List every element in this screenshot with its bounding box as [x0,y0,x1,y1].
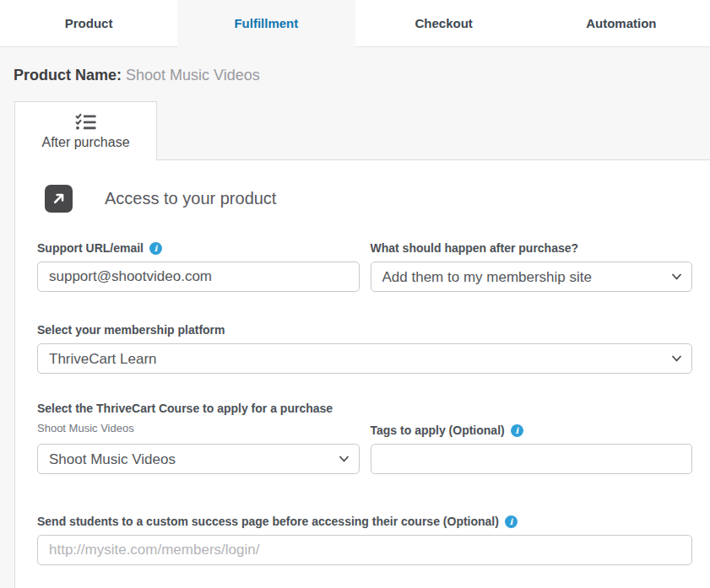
success-page-input[interactable] [37,535,692,565]
external-link-icon [45,185,73,213]
course-select-label: Select the ThriveCart Course to apply fo… [37,402,333,415]
course-field-group: Select the ThriveCart Course to apply fo… [37,402,360,474]
info-icon[interactable]: i [511,424,523,437]
success-page-label: Send students to a custom success page b… [37,515,499,528]
section-title: Access to your product [105,189,276,208]
tags-label: Tags to apply (Optional) [371,423,505,437]
after-purchase-tab-label: After purchase [41,135,129,150]
after-purchase-action-label: What should happen after purchase? [371,241,579,255]
support-field-group: Support URL/email i [37,241,360,292]
tags-field-group: Tags to apply (Optional) i [371,402,693,474]
tab-product[interactable]: Product [0,0,177,47]
product-name-bar: Product Name:Shoot Music Videos [0,47,710,101]
after-purchase-panel: Access to your product Support URL/email… [14,159,710,588]
tab-checkout[interactable]: Checkout [355,0,533,47]
product-name-label: Product Name: [14,67,122,84]
product-name-value: Shoot Music Videos [126,67,260,84]
after-purchase-action-group: What should happen after purchase? Add t… [371,241,693,292]
support-url-label: Support URL/email [37,241,144,255]
course-select[interactable]: Shoot Music Videos [37,444,360,474]
main-tab-bar: Product Fulfillment Checkout Automation [0,0,710,47]
support-url-input[interactable] [37,262,360,292]
success-page-group: Send students to a custom success page b… [37,515,692,565]
tab-fulfillment[interactable]: Fulfillment [177,0,355,47]
tasks-list-icon [74,112,97,131]
course-current-value: Shoot Music Videos [37,422,360,434]
after-purchase-action-select[interactable]: Add them to my membership site [371,262,693,292]
membership-platform-label: Select your membership platform [37,323,225,337]
tab-after-purchase[interactable]: After purchase [14,101,157,160]
info-icon[interactable]: i [505,515,518,528]
tab-automation[interactable]: Automation [533,0,710,47]
info-icon[interactable]: i [149,242,162,255]
membership-platform-group: Select your membership platform ThriveCa… [37,323,692,374]
tags-input[interactable] [371,444,693,474]
membership-platform-select[interactable]: ThriveCart Learn [37,343,692,374]
